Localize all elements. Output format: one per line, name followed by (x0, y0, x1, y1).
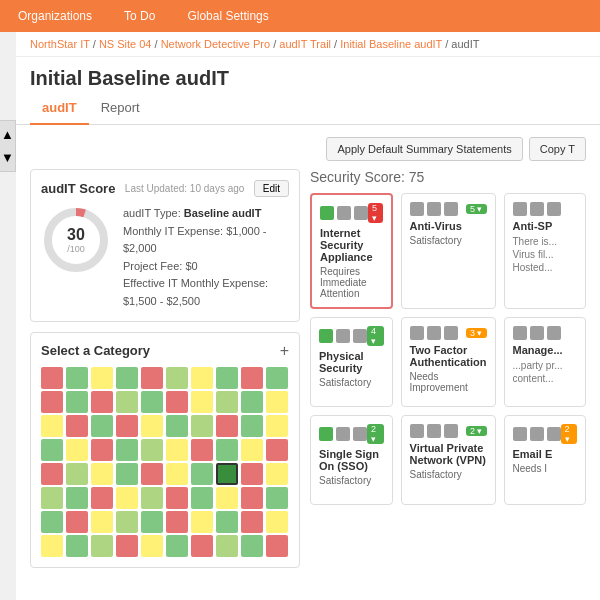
grid-cell[interactable] (191, 487, 213, 509)
grid-cell[interactable] (66, 487, 88, 509)
breadcrumb-nssite[interactable]: NS Site 04 (99, 38, 152, 50)
grid-cell[interactable] (41, 439, 63, 461)
apply-default-btn[interactable]: Apply Default Summary Statements (326, 137, 522, 161)
grid-cell[interactable] (91, 535, 113, 557)
sidebar-toggle[interactable]: ▲ ▼ (0, 120, 16, 172)
grid-cell[interactable] (266, 415, 288, 437)
copy-btn[interactable]: Copy T (529, 137, 586, 161)
grid-cell[interactable] (191, 415, 213, 437)
security-card[interactable]: 4 ▾ Physical Security Satisfactory (310, 317, 393, 407)
security-card[interactable]: 2 ▾ Email E Needs I (504, 415, 587, 505)
grid-cell[interactable] (266, 487, 288, 509)
grid-cell[interactable] (241, 367, 263, 389)
grid-cell[interactable] (66, 439, 88, 461)
grid-cell[interactable] (141, 415, 163, 437)
grid-cell[interactable] (116, 487, 138, 509)
grid-cell[interactable] (216, 511, 238, 533)
security-card[interactable]: 3 ▾ Two Factor Authentication Needs Impr… (401, 317, 496, 407)
grid-cell[interactable] (216, 439, 238, 461)
grid-cell[interactable] (41, 367, 63, 389)
grid-cell[interactable] (141, 439, 163, 461)
grid-cell[interactable] (166, 511, 188, 533)
grid-cell[interactable] (266, 391, 288, 413)
grid-cell[interactable] (66, 367, 88, 389)
grid-cell[interactable] (191, 535, 213, 557)
grid-cell[interactable] (91, 439, 113, 461)
grid-cell[interactable] (116, 463, 138, 485)
grid-cell[interactable] (116, 367, 138, 389)
grid-cell[interactable] (216, 367, 238, 389)
grid-cell[interactable] (41, 511, 63, 533)
security-card[interactable]: 5 ▾ Internet Security Appliance Requires… (310, 193, 393, 309)
grid-cell[interactable] (116, 439, 138, 461)
grid-cell[interactable] (241, 535, 263, 557)
category-add-btn[interactable]: + (280, 343, 289, 359)
grid-cell[interactable] (116, 511, 138, 533)
grid-cell[interactable] (141, 511, 163, 533)
security-card[interactable]: Anti-SP There is... Virus fil... Hosted.… (504, 193, 587, 309)
nav-todo[interactable]: To Do (118, 5, 161, 27)
grid-cell[interactable] (191, 439, 213, 461)
security-card[interactable]: 5 ▾ Anti-Virus Satisfactory (401, 193, 496, 309)
breadcrumb-baseline[interactable]: Initial Baseline audIT (340, 38, 442, 50)
grid-cell[interactable] (216, 415, 238, 437)
grid-cell[interactable] (66, 535, 88, 557)
grid-cell[interactable] (41, 391, 63, 413)
grid-cell[interactable] (216, 391, 238, 413)
grid-cell[interactable] (191, 511, 213, 533)
grid-cell[interactable] (216, 535, 238, 557)
grid-cell[interactable] (91, 415, 113, 437)
grid-cell[interactable] (241, 511, 263, 533)
breadcrumb-audit[interactable]: audIT (451, 38, 479, 50)
grid-cell[interactable] (141, 535, 163, 557)
edit-btn[interactable]: Edit (254, 180, 289, 197)
grid-cell[interactable] (241, 463, 263, 485)
grid-cell[interactable] (91, 487, 113, 509)
grid-cell[interactable] (241, 415, 263, 437)
grid-cell[interactable] (41, 487, 63, 509)
grid-cell[interactable] (91, 511, 113, 533)
grid-cell[interactable] (216, 487, 238, 509)
grid-cell[interactable] (116, 415, 138, 437)
grid-cell[interactable] (66, 391, 88, 413)
grid-cell[interactable] (141, 391, 163, 413)
grid-cell[interactable] (166, 487, 188, 509)
grid-cell[interactable] (166, 439, 188, 461)
grid-cell[interactable] (91, 391, 113, 413)
grid-cell[interactable] (166, 367, 188, 389)
tab-report[interactable]: Report (89, 94, 152, 125)
grid-cell[interactable] (241, 439, 263, 461)
grid-cell[interactable] (166, 391, 188, 413)
grid-cell[interactable] (266, 463, 288, 485)
grid-cell[interactable] (41, 415, 63, 437)
grid-cell[interactable] (41, 463, 63, 485)
security-card[interactable]: Manage... ...party pr... content... (504, 317, 587, 407)
grid-cell[interactable] (191, 391, 213, 413)
grid-cell[interactable] (41, 535, 63, 557)
grid-cell[interactable] (266, 535, 288, 557)
grid-cell[interactable] (166, 535, 188, 557)
grid-cell[interactable] (266, 367, 288, 389)
breadcrumb-ndp[interactable]: Network Detective Pro (161, 38, 270, 50)
grid-cell[interactable] (191, 463, 213, 485)
tab-audit[interactable]: audIT (30, 94, 89, 125)
grid-cell[interactable] (216, 463, 238, 485)
grid-cell[interactable] (116, 535, 138, 557)
grid-cell[interactable] (166, 415, 188, 437)
grid-cell[interactable] (141, 463, 163, 485)
grid-cell[interactable] (166, 463, 188, 485)
grid-cell[interactable] (266, 511, 288, 533)
nav-global-settings[interactable]: Global Settings (181, 5, 274, 27)
grid-cell[interactable] (91, 463, 113, 485)
grid-cell[interactable] (266, 439, 288, 461)
security-card[interactable]: 2 ▾ Virtual Private Network (VPN) Satisf… (401, 415, 496, 505)
grid-cell[interactable] (241, 487, 263, 509)
grid-cell[interactable] (66, 415, 88, 437)
grid-cell[interactable] (191, 367, 213, 389)
grid-cell[interactable] (66, 511, 88, 533)
grid-cell[interactable] (91, 367, 113, 389)
breadcrumb-audittrail[interactable]: audIT Trail (279, 38, 331, 50)
grid-cell[interactable] (141, 367, 163, 389)
grid-cell[interactable] (241, 391, 263, 413)
grid-cell[interactable] (116, 391, 138, 413)
